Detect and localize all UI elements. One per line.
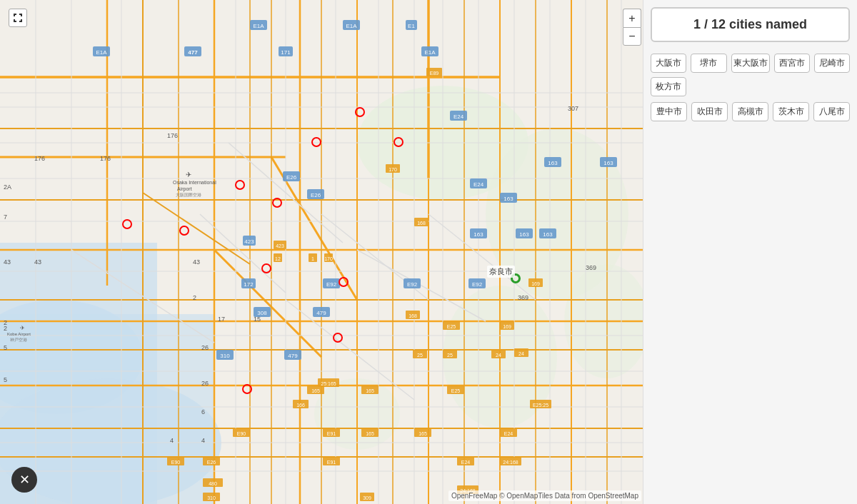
map-marker-3 xyxy=(235,180,245,190)
city-counter: 1 / 12 cities named xyxy=(651,7,850,42)
svg-text:479: 479 xyxy=(316,310,326,316)
svg-text:480: 480 xyxy=(209,481,217,486)
svg-text:310: 310 xyxy=(220,353,230,359)
svg-text:神戸空港: 神戸空港 xyxy=(10,337,27,342)
svg-text:176: 176 xyxy=(100,155,111,162)
svg-text:5: 5 xyxy=(4,376,7,383)
svg-text:E26: E26 xyxy=(286,174,297,181)
city-tag-sakai[interactable]: 堺市 xyxy=(691,54,726,73)
svg-text:4: 4 xyxy=(170,437,174,444)
fullscreen-button[interactable] xyxy=(9,9,27,27)
svg-text:2A: 2A xyxy=(4,183,11,191)
city-tag-suita[interactable]: 吹田市 xyxy=(691,102,728,121)
svg-text:165: 165 xyxy=(366,431,374,436)
city-tag-hirakata[interactable]: 枚方市 xyxy=(651,77,686,96)
svg-text:6: 6 xyxy=(201,408,205,415)
svg-text:E91: E91 xyxy=(327,460,336,465)
svg-text:163: 163 xyxy=(603,160,613,166)
map-marker-4 xyxy=(272,198,282,208)
svg-text:24: 24 xyxy=(496,353,501,358)
svg-text:43: 43 xyxy=(34,258,41,266)
nara-city-label: 奈良市 xyxy=(487,266,515,278)
svg-text:E26: E26 xyxy=(207,460,216,465)
map-container: 477 171 E1A E1A E1A E1A E1 E24 E26 E26 4… xyxy=(0,0,857,504)
map-marker-8 xyxy=(355,107,365,117)
svg-text:E24: E24 xyxy=(461,460,471,465)
svg-text:E1A: E1A xyxy=(253,23,264,29)
svg-text:169: 169 xyxy=(503,324,511,329)
svg-text:165: 165 xyxy=(366,388,374,393)
svg-text:Airport: Airport xyxy=(177,186,192,192)
svg-text:163: 163 xyxy=(548,160,558,166)
map-marker-6 xyxy=(311,137,321,147)
svg-text:163: 163 xyxy=(473,231,483,238)
svg-text:176: 176 xyxy=(167,132,178,139)
svg-text:E92: E92 xyxy=(326,281,337,288)
zoom-controls: + − xyxy=(623,9,641,46)
svg-text:26: 26 xyxy=(201,380,209,387)
close-button[interactable]: ✕ xyxy=(11,467,37,493)
zoom-out-button[interactable]: − xyxy=(623,27,641,46)
city-tag-higashi-osaka[interactable]: 東大阪市 xyxy=(731,54,770,73)
svg-text:369: 369 xyxy=(518,294,528,301)
city-tag-toyonaka[interactable]: 豊中市 xyxy=(651,102,687,121)
svg-text:165: 165 xyxy=(419,431,427,436)
svg-text:170: 170 xyxy=(324,256,333,261)
svg-text:423: 423 xyxy=(276,243,284,248)
svg-text:E1A: E1A xyxy=(424,49,436,56)
city-tag-yao[interactable]: 八尾市 xyxy=(813,102,850,121)
svg-text:12: 12 xyxy=(275,256,281,261)
svg-line-70 xyxy=(357,250,486,321)
svg-text:43: 43 xyxy=(4,258,11,266)
city-tag-nishinomiya[interactable]: 西宮市 xyxy=(774,54,810,73)
svg-text:E92: E92 xyxy=(472,281,483,288)
city-tag-ibaraki[interactable]: 茨木市 xyxy=(773,102,809,121)
svg-text:E1A: E1A xyxy=(346,23,357,29)
svg-text:163: 163 xyxy=(503,196,513,202)
svg-text:168: 168 xyxy=(417,221,426,226)
svg-text:E26: E26 xyxy=(311,192,321,198)
svg-text:1: 1 xyxy=(311,256,314,261)
city-tag-osaka[interactable]: 大阪市 xyxy=(651,54,686,73)
svg-text:E89: E89 xyxy=(430,71,439,76)
svg-text:310: 310 xyxy=(207,495,216,500)
svg-text:26: 26 xyxy=(201,344,209,351)
svg-text:17: 17 xyxy=(218,316,225,323)
svg-text:E92: E92 xyxy=(407,281,418,288)
svg-text:24: 24 xyxy=(518,351,524,356)
svg-text:166: 166 xyxy=(296,403,305,408)
fullscreen-icon xyxy=(13,13,23,23)
svg-text:4: 4 xyxy=(201,437,205,444)
map-svg: 477 171 E1A E1A E1A E1A E1 E24 E26 E26 4… xyxy=(0,0,643,504)
svg-text:✈: ✈ xyxy=(20,325,25,331)
svg-text:25: 25 xyxy=(447,353,453,358)
map-marker-9 xyxy=(394,137,404,147)
svg-text:Kobe Airport: Kobe Airport xyxy=(7,332,31,336)
svg-text:2: 2 xyxy=(4,319,7,326)
svg-text:2: 2 xyxy=(193,294,196,301)
map-marker-5 xyxy=(261,263,271,273)
svg-text:307: 307 xyxy=(568,105,578,112)
svg-text:✈: ✈ xyxy=(186,171,191,178)
svg-text:168: 168 xyxy=(409,313,417,318)
city-tag-takatsuki[interactable]: 高槻市 xyxy=(732,102,768,121)
svg-text:E25: E25 xyxy=(447,324,456,329)
svg-text:Osaka International: Osaka International xyxy=(173,180,216,185)
svg-text:24:168: 24:168 xyxy=(503,460,518,465)
svg-text:E24: E24 xyxy=(453,114,464,120)
svg-text:5: 5 xyxy=(4,344,7,351)
svg-text:E24: E24 xyxy=(504,431,513,436)
svg-text:477: 477 xyxy=(188,49,198,56)
svg-text:25: 25 xyxy=(417,353,423,358)
city-tag-amagasaki[interactable]: 尼崎市 xyxy=(814,54,850,73)
city-grid-row1: 大阪市 堺市 東大阪市 西宮市 尼崎市 枚方市 xyxy=(651,54,850,96)
svg-text:43: 43 xyxy=(193,258,200,266)
svg-line-64 xyxy=(143,193,250,264)
map-marker-10 xyxy=(333,333,343,343)
svg-text:171: 171 xyxy=(281,49,291,56)
svg-text:E25: E25 xyxy=(451,388,461,393)
zoom-in-button[interactable]: + xyxy=(623,9,641,27)
svg-text:479: 479 xyxy=(288,353,298,359)
svg-text:369: 369 xyxy=(586,264,596,271)
map-marker-7 xyxy=(339,277,349,287)
